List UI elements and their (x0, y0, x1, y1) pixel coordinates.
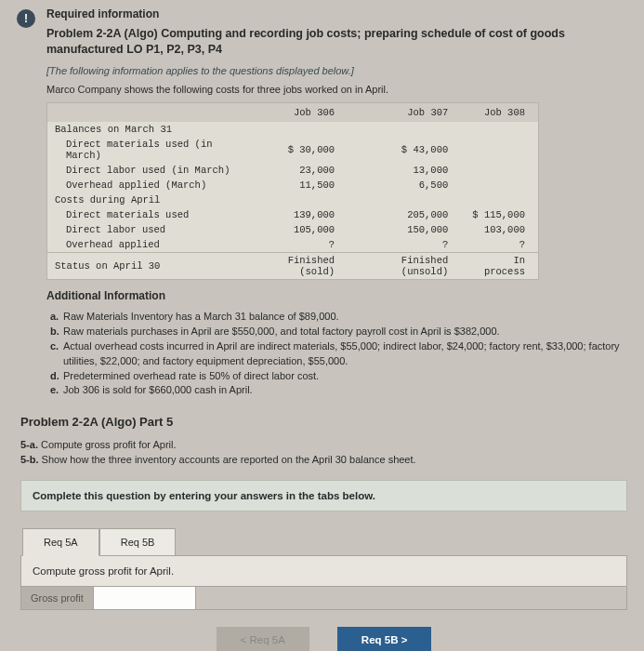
sub-5a-text: Compute gross profit for April. (38, 439, 177, 450)
table-row-label: Direct labor used (in March) (47, 163, 244, 178)
table-cell (461, 163, 538, 178)
table-cell: 13,000 (348, 163, 461, 178)
table-cell: 139,000 (244, 207, 348, 222)
info-text: Raw materials purchases in April are $55… (63, 325, 500, 339)
answer-row: Gross profit (21, 586, 626, 609)
table-cell (461, 122, 538, 137)
info-key: d. (50, 369, 63, 384)
table-cell: Finished (unsold) (348, 252, 461, 279)
next-button[interactable]: Req 5B > (337, 627, 432, 651)
warning-icon: ! (17, 9, 35, 28)
table-cell: 150,000 (348, 222, 461, 237)
problem-title: Problem 2-2A (Algo) Computing and record… (46, 26, 627, 58)
table-cell (461, 137, 538, 163)
table-cell (348, 193, 461, 207)
context-note: [The following information applies to th… (46, 65, 627, 76)
complete-instruction: Complete this question by entering your … (20, 480, 627, 512)
table-cell: Finished (sold) (244, 252, 348, 279)
gross-profit-input[interactable] (94, 587, 196, 609)
col-job307: Job 307 (348, 102, 461, 122)
tab-req-5b[interactable]: Req 5B (99, 528, 177, 556)
tab-req-5a[interactable]: Req 5A (22, 528, 99, 556)
table-cell: 23,000 (244, 163, 348, 178)
prev-button[interactable]: < Req 5A (217, 627, 309, 651)
col-job306: Job 306 (244, 102, 348, 122)
col-job308: Job 308 (461, 102, 538, 122)
table-cell: 11,500 (244, 178, 348, 193)
table-cell: ? (244, 237, 348, 253)
part5-subs: 5-a. Compute gross profit for April. 5-b… (20, 438, 627, 467)
sub-5a-key: 5-a. (20, 439, 38, 450)
table-cell (348, 122, 461, 137)
table-cell (461, 193, 538, 207)
sub-5b-text: Show how the three inventory accounts ar… (39, 454, 416, 465)
col-blank (47, 102, 244, 122)
nav-row: < Req 5A Req 5B > (20, 627, 627, 651)
table-row-label: Direct materials used (in March) (47, 137, 244, 163)
required-heading: Required information (46, 7, 627, 20)
table-cell: 103,000 (461, 222, 538, 237)
info-text: Raw Materials Inventory has a March 31 b… (63, 310, 339, 325)
table-cell: ? (348, 237, 461, 253)
info-text: Job 306 is sold for $660,000 cash in Apr… (63, 383, 253, 398)
table-cell (244, 122, 348, 137)
additional-heading: Additional Information (46, 289, 627, 302)
table-cell (244, 193, 348, 207)
table-cell: 105,000 (244, 222, 348, 237)
table-cell (461, 178, 538, 193)
table-cell: $ 43,000 (348, 137, 461, 163)
part5-title: Problem 2-2A (Algo) Part 5 (20, 415, 627, 429)
tabs: Req 5A Req 5B (22, 528, 627, 556)
table-cell: In process (461, 252, 538, 279)
table-row-label: Direct materials used (47, 207, 244, 222)
table-row-label: Overhead applied (March) (47, 178, 244, 193)
table-row-label: Balances on March 31 (47, 122, 244, 137)
table-row-label: Status on April 30 (47, 252, 244, 279)
info-text: Predetermined overhead rate is 50% of di… (63, 369, 319, 384)
info-key: e. (50, 383, 63, 398)
tab-instruction: Compute gross profit for April. (21, 556, 626, 586)
info-key: a. (50, 310, 63, 325)
tab-panel: Compute gross profit for April. Gross pr… (20, 555, 627, 610)
intro-text: Marco Company shows the following costs … (46, 84, 627, 95)
sub-5b-key: 5-b. (20, 454, 39, 465)
table-cell: ? (461, 237, 538, 253)
table-cell: 205,000 (348, 207, 461, 222)
table-row-label: Costs during April (47, 193, 244, 207)
cost-table: Job 306 Job 307 Job 308 Balances on Marc… (46, 102, 539, 280)
gross-profit-label: Gross profit (21, 587, 94, 609)
table-row-label: Overhead applied (47, 237, 244, 253)
info-key: b. (50, 325, 63, 339)
table-row-label: Direct labor used (47, 222, 244, 237)
table-cell: 6,500 (348, 178, 461, 193)
table-cell: $ 30,000 (244, 137, 348, 163)
table-cell: $ 115,000 (461, 207, 538, 222)
additional-list: a.Raw Materials Inventory has a March 31… (46, 310, 627, 399)
info-key: c. (50, 339, 63, 369)
info-text: Actual overhead costs incurred in April … (63, 339, 627, 369)
